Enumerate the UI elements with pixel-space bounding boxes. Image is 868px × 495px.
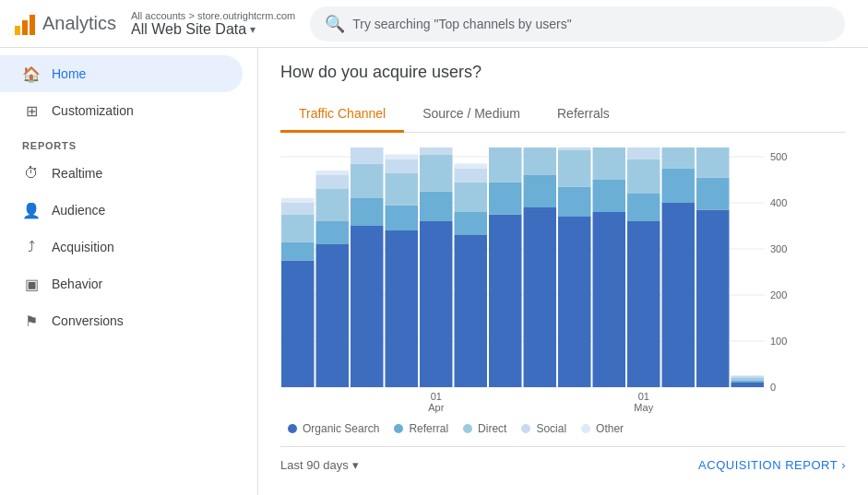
svg-text:May: May	[634, 402, 653, 413]
bar-segment-direct	[386, 173, 419, 206]
bar-segment-other	[455, 164, 488, 169]
sidebar-home-label: Home	[52, 66, 86, 81]
svg-text:Apr: Apr	[428, 402, 444, 413]
bar-segment-social	[351, 147, 384, 164]
bar-segment-social	[455, 169, 488, 183]
bar-segment-direct	[593, 147, 626, 180]
bar-segment-direct	[281, 215, 315, 242]
account-title-button[interactable]: All Web Site Data ▾	[131, 21, 295, 38]
chart-container: 500400300200100001Apr01May Organic Searc…	[280, 133, 846, 487]
legend-color-social	[521, 424, 530, 433]
tab-traffic-channel[interactable]: Traffic Channel	[280, 97, 404, 133]
date-range-selector[interactable]: Last 90 days ▾	[280, 458, 359, 472]
acquisition-icon: ⤴	[22, 238, 41, 256]
legend-label-direct: Direct	[478, 422, 506, 435]
legend-color-referral	[394, 424, 403, 433]
sidebar-item-audience[interactable]: 👤 Audience	[0, 192, 257, 229]
bar-segment-organic	[731, 383, 765, 387]
chart-area: 500400300200100001Apr01May	[280, 147, 846, 415]
bar-segment-organic	[489, 215, 522, 388]
sidebar-item-acquisition[interactable]: ⤴ Acquisition	[0, 229, 257, 265]
svg-text:400: 400	[770, 197, 787, 208]
legend-item-other[interactable]: Other	[581, 422, 624, 435]
sidebar-item-home[interactable]: 🏠 Home	[0, 55, 243, 92]
bar-segment-organic	[420, 221, 453, 387]
sidebar: 🏠 Home ⊞ Customization REPORTS ⏱ Realtim…	[0, 48, 258, 495]
acquisition-report-link[interactable]: ACQUISITION REPORT ›	[698, 458, 846, 472]
bar-segment-direct	[696, 147, 730, 178]
legend-item-social[interactable]: Social	[521, 422, 566, 435]
bar-segment-referral	[386, 206, 419, 231]
bar-segment-organic	[455, 235, 488, 387]
bar-segment-referral	[420, 192, 453, 222]
customization-icon: ⊞	[22, 101, 41, 120]
bar-segment-referral	[316, 221, 350, 244]
legend-label-other: Other	[596, 422, 624, 435]
sidebar-item-realtime[interactable]: ⏱ Realtime	[0, 155, 257, 192]
legend-item-direct[interactable]: Direct	[463, 422, 506, 435]
conversions-icon: ⚑	[22, 312, 41, 330]
bar-segment-social	[558, 147, 591, 150]
tabs-bar: Traffic Channel Source / Medium Referral…	[280, 97, 846, 133]
legend-item-referral[interactable]: Referral	[394, 422, 448, 435]
bar-segment-direct	[455, 183, 488, 213]
svg-text:01: 01	[638, 391, 649, 402]
bar-segment-organic	[386, 230, 419, 387]
sidebar-realtime-label: Realtime	[52, 166, 102, 181]
sidebar-audience-label: Audience	[52, 203, 105, 218]
chart-legend: Organic SearchReferralDirectSocialOther	[280, 415, 846, 442]
chart-footer: Last 90 days ▾ ACQUISITION REPORT ›	[280, 446, 846, 472]
sidebar-acquisition-label: Acquisition	[52, 240, 114, 254]
bar-segment-organic	[524, 207, 557, 387]
legend-item-organic[interactable]: Organic Search	[288, 422, 379, 435]
bar-segment-direct	[316, 189, 350, 221]
bar-segment-referral	[351, 198, 384, 226]
sidebar-item-behavior[interactable]: ▣ Behavior	[0, 265, 257, 302]
bar-segment-direct	[489, 147, 522, 183]
audience-icon: 👤	[22, 201, 41, 219]
bar-segment-direct	[731, 378, 765, 381]
bar-segment-organic	[593, 212, 626, 387]
bar-segment-social	[386, 159, 419, 173]
bar-segment-referral	[662, 169, 696, 204]
sidebar-item-customization[interactable]: ⊞ Customization	[0, 92, 257, 129]
bar-segment-direct	[351, 164, 384, 199]
legend-color-direct	[463, 424, 472, 433]
tab-source-medium[interactable]: Source / Medium	[404, 97, 539, 133]
svg-text:0: 0	[770, 382, 776, 393]
bar-segment-social	[281, 203, 315, 215]
main-layout: 🏠 Home ⊞ Customization REPORTS ⏱ Realtim…	[0, 48, 868, 495]
account-dropdown-icon: ▾	[250, 23, 256, 36]
bar-segment-organic	[696, 210, 730, 388]
home-icon: 🏠	[22, 65, 41, 83]
bar-segment-direct	[627, 159, 660, 194]
bar-segment-referral	[696, 178, 730, 210]
sidebar-customization-label: Customization	[52, 103, 134, 118]
sidebar-conversions-label: Conversions	[52, 313, 124, 328]
svg-text:100: 100	[770, 336, 787, 347]
search-bar[interactable]: 🔍 Try searching "Top channels by users"	[310, 6, 845, 41]
tab-referrals[interactable]: Referrals	[539, 97, 628, 133]
bar-segment-organic	[281, 261, 315, 388]
reports-section-label: REPORTS	[0, 129, 257, 155]
logo-area: Analytics	[15, 13, 116, 35]
svg-text:200: 200	[770, 289, 787, 301]
sidebar-item-conversions[interactable]: ⚑ Conversions	[0, 302, 257, 339]
bar-segment-other	[386, 155, 419, 159]
legend-color-organic	[288, 424, 297, 433]
top-bar: Analytics All accounts > store.outrightc…	[0, 0, 868, 48]
date-range-arrow: ▾	[352, 458, 359, 472]
bar-segment-referral	[593, 180, 626, 212]
bar-segment-organic	[316, 244, 350, 387]
bar-segment-organic	[558, 217, 591, 387]
date-range-label: Last 90 days	[280, 458, 349, 472]
realtime-icon: ⏱	[22, 164, 41, 183]
bar-segment-referral	[558, 187, 591, 218]
bar-segment-direct	[420, 155, 453, 192]
legend-label-organic: Organic Search	[303, 422, 379, 435]
svg-text:01: 01	[431, 391, 442, 402]
bar-segment-direct	[558, 150, 591, 187]
legend-color-other	[581, 424, 590, 433]
bar-segment-direct	[662, 147, 696, 169]
legend-label-referral: Referral	[409, 422, 448, 435]
